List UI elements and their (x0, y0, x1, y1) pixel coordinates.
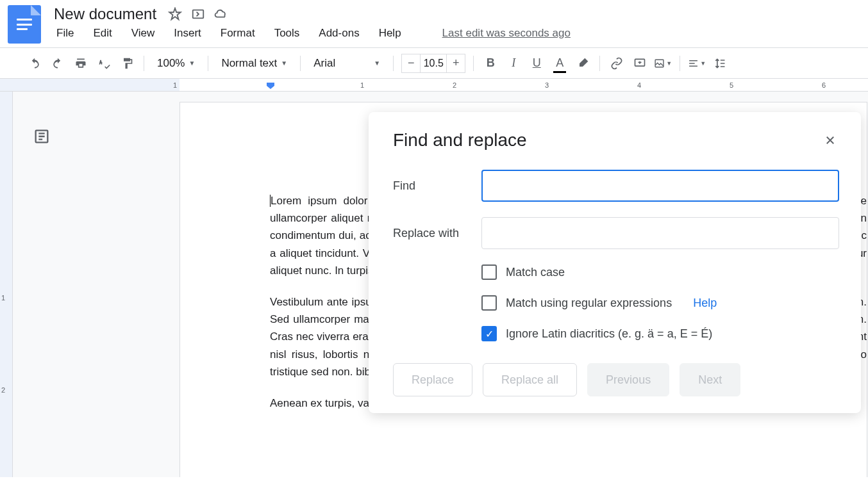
underline-button[interactable]: U (528, 54, 546, 72)
insert-link-button[interactable] (608, 54, 626, 72)
highlight-color-button[interactable] (574, 54, 592, 72)
insert-comment-button[interactable] (631, 54, 649, 72)
font-size-value[interactable]: 10.5 (420, 54, 447, 72)
insert-image-button[interactable]: ▼ (654, 54, 672, 72)
ruler-mark: 4 (637, 81, 641, 89)
toolbar: 100%▼ Normal text▼ Arial▼ − 10.5 + B I U… (0, 48, 868, 79)
menu-addons[interactable]: Add-ons (316, 26, 362, 41)
zoom-dropdown[interactable]: 100%▼ (152, 54, 200, 72)
style-value: Normal text (221, 57, 277, 70)
replace-button[interactable]: Replace (393, 363, 472, 396)
vruler-mark: 2 (1, 386, 5, 394)
dialog-title: Find and replace (393, 130, 527, 150)
vertical-ruler[interactable]: 1 2 (0, 92, 13, 477)
paint-format-button[interactable] (118, 54, 136, 72)
replace-all-button[interactable]: Replace all (483, 363, 577, 396)
vruler-mark: 1 (1, 294, 5, 302)
spellcheck-button[interactable] (95, 54, 113, 72)
indent-marker-icon[interactable] (267, 83, 274, 89)
previous-button[interactable]: Previous (587, 363, 669, 396)
ignore-diacritics-checkbox[interactable]: ✓ (481, 326, 497, 341)
outline-toggle-button[interactable] (29, 124, 54, 149)
ruler-mark: 1 (173, 81, 177, 89)
bold-button[interactable]: B (481, 54, 499, 72)
app-header: New document File Edit View Insert Forma… (0, 0, 868, 44)
next-button[interactable]: Next (680, 363, 740, 396)
style-dropdown[interactable]: Normal text▼ (216, 54, 292, 72)
italic-button[interactable]: I (505, 54, 522, 72)
menu-insert[interactable]: Insert (171, 26, 204, 41)
font-size-decrease[interactable]: − (402, 54, 420, 72)
find-replace-dialog: Find and replace Find Replace with Match… (369, 112, 861, 413)
match-case-checkbox[interactable] (481, 264, 497, 280)
match-case-label: Match case (506, 266, 565, 279)
document-title[interactable]: New document (54, 5, 156, 23)
star-icon[interactable] (168, 7, 182, 21)
zoom-value: 100% (157, 57, 185, 70)
help-link[interactable]: Help (693, 297, 717, 310)
undo-button[interactable] (26, 54, 44, 72)
ruler-mark: 2 (453, 81, 456, 89)
replace-input[interactable] (481, 217, 839, 249)
redo-button[interactable] (49, 54, 67, 72)
menu-edit[interactable]: Edit (90, 26, 114, 41)
replace-label: Replace with (393, 227, 481, 240)
move-icon[interactable] (191, 7, 205, 21)
menu-help[interactable]: Help (376, 26, 404, 41)
docs-logo-icon[interactable] (8, 5, 41, 44)
ruler-mark: 1 (360, 81, 364, 89)
cloud-status-icon[interactable] (214, 7, 228, 21)
menu-file[interactable]: File (54, 26, 76, 41)
match-regex-checkbox[interactable] (481, 295, 497, 311)
last-edit-link[interactable]: Last edit was seconds ago (442, 27, 571, 40)
ruler-mark: 5 (730, 81, 733, 89)
align-button[interactable]: ▼ (688, 54, 706, 72)
font-size-control: − 10.5 + (401, 54, 465, 73)
find-input[interactable] (481, 170, 839, 202)
text-color-button[interactable]: A (551, 54, 569, 72)
match-regex-label: Match using regular expressions (506, 297, 672, 310)
print-button[interactable] (72, 54, 90, 72)
menu-format[interactable]: Format (218, 26, 258, 41)
font-size-increase[interactable]: + (447, 54, 465, 72)
line-spacing-button[interactable] (711, 54, 729, 72)
font-dropdown[interactable]: Arial▼ (308, 54, 385, 72)
ruler-mark: 3 (545, 81, 549, 89)
menu-view[interactable]: View (129, 26, 158, 41)
ignore-diacritics-label: Ignore Latin diacritics (e. g. ä = a, E … (506, 327, 712, 341)
menu-tools[interactable]: Tools (272, 26, 303, 41)
menu-bar: File Edit View Insert Format Tools Add-o… (54, 26, 860, 41)
find-label: Find (393, 179, 481, 193)
ruler-mark: 6 (822, 81, 826, 89)
close-button[interactable] (821, 131, 839, 149)
font-value: Arial (313, 57, 335, 70)
horizontal-ruler[interactable]: 1 1 2 3 4 5 6 (0, 79, 868, 92)
